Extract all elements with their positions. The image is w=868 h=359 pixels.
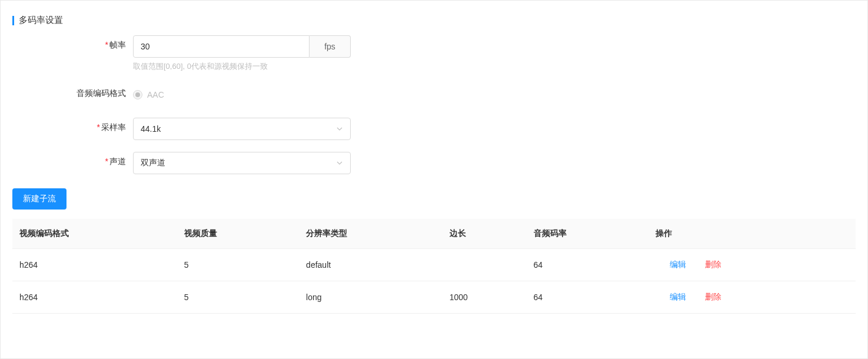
- channel-row: *声道 双声道: [12, 152, 856, 174]
- cell-edge: [443, 249, 527, 281]
- required-mark: *: [97, 122, 100, 132]
- th-codec: 视频编码格式: [12, 219, 177, 249]
- sample-rate-value: 44.1k: [141, 124, 161, 134]
- cell-codec: h264: [12, 249, 177, 281]
- th-edge: 边长: [443, 219, 527, 249]
- title-accent-bar: [12, 16, 14, 25]
- audio-codec-radio-aac[interactable]: AAC: [133, 90, 164, 99]
- cell-res-type: default: [299, 249, 443, 281]
- settings-panel: 多码率设置 *帧率 fps 取值范围[0,60], 0代表和源视频保持一致 音频…: [0, 0, 868, 359]
- settings-form: *帧率 fps 取值范围[0,60], 0代表和源视频保持一致 音频编码格式 A…: [1, 35, 867, 174]
- fps-control: fps 取值范围[0,60], 0代表和源视频保持一致: [133, 35, 856, 72]
- th-actions: 操作: [648, 219, 856, 249]
- fps-input-group: fps: [133, 35, 351, 58]
- table-body: h264 5 default 64 编辑 删除 h264 5 long 1000…: [12, 249, 856, 314]
- cell-audio-bitrate: 64: [527, 281, 648, 314]
- fps-unit: fps: [310, 35, 351, 58]
- audio-codec-label: 音频编码格式: [12, 84, 133, 99]
- sample-rate-label: *采样率: [12, 118, 133, 133]
- channel-value: 双声道: [141, 158, 165, 168]
- edit-button[interactable]: 编辑: [670, 292, 686, 301]
- sample-rate-select[interactable]: 44.1k: [133, 118, 351, 140]
- sample-rate-row: *采样率 44.1k: [12, 118, 856, 140]
- required-mark: *: [105, 157, 108, 166]
- required-mark: *: [105, 40, 108, 49]
- fps-input[interactable]: [133, 35, 310, 58]
- section-title: 多码率设置: [1, 1, 867, 35]
- cell-edge: 1000: [443, 281, 527, 314]
- audio-codec-radio-group: AAC: [133, 84, 856, 106]
- audio-codec-row: 音频编码格式 AAC: [12, 84, 856, 106]
- chevron-down-icon: [336, 125, 343, 132]
- cell-quality: 5: [177, 249, 299, 281]
- radio-icon: [133, 90, 142, 99]
- fps-label: *帧率: [12, 35, 133, 51]
- section-title-text: 多码率设置: [19, 15, 63, 26]
- edit-button[interactable]: 编辑: [670, 260, 686, 269]
- audio-codec-control: AAC: [133, 84, 856, 106]
- new-stream-button[interactable]: 新建子流: [12, 188, 66, 210]
- th-quality: 视频质量: [177, 219, 299, 249]
- channel-control: 双声道: [133, 152, 856, 174]
- th-audio-bitrate: 音频码率: [527, 219, 648, 249]
- table-row: h264 5 default 64 编辑 删除: [12, 249, 856, 281]
- sample-rate-control: 44.1k: [133, 118, 856, 140]
- channel-select[interactable]: 双声道: [133, 152, 351, 174]
- cell-actions: 编辑 删除: [648, 249, 856, 281]
- fps-row: *帧率 fps 取值范围[0,60], 0代表和源视频保持一致: [12, 35, 856, 72]
- chevron-down-icon: [336, 159, 343, 167]
- th-res-type: 分辨率类型: [299, 219, 443, 249]
- table-row: h264 5 long 1000 64 编辑 删除: [12, 281, 856, 314]
- cell-actions: 编辑 删除: [648, 281, 856, 314]
- cell-quality: 5: [177, 281, 299, 314]
- streams-table: 视频编码格式 视频质量 分辨率类型 边长 音频码率 操作 h264 5 defa…: [12, 219, 856, 314]
- delete-button[interactable]: 删除: [705, 260, 721, 269]
- cell-codec: h264: [12, 281, 177, 314]
- delete-button[interactable]: 删除: [705, 292, 721, 301]
- table-header: 视频编码格式 视频质量 分辨率类型 边长 音频码率 操作: [12, 219, 856, 249]
- fps-hint: 取值范围[0,60], 0代表和源视频保持一致: [133, 61, 856, 72]
- audio-codec-radio-label: AAC: [147, 90, 164, 99]
- channel-label: *声道: [12, 152, 133, 167]
- cell-res-type: long: [299, 281, 443, 314]
- cell-audio-bitrate: 64: [527, 249, 648, 281]
